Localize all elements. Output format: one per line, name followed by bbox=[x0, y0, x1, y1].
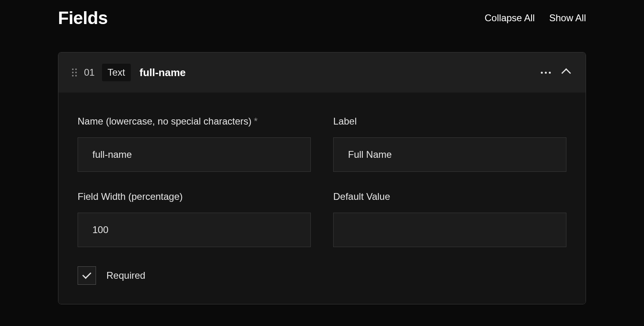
field-number: 01 bbox=[84, 67, 95, 78]
page-title: Fields bbox=[58, 8, 108, 28]
name-input[interactable] bbox=[78, 137, 311, 172]
field-header[interactable]: 01 Text full-name bbox=[58, 52, 586, 93]
form-grid: Name (lowercase, no special characters)*… bbox=[78, 116, 566, 247]
default-group: Default Value bbox=[333, 191, 566, 247]
width-group: Field Width (percentage) bbox=[78, 191, 311, 247]
required-row: Required bbox=[78, 266, 566, 285]
name-label-text: Name (lowercase, no special characters) bbox=[78, 116, 252, 127]
default-label: Default Value bbox=[333, 191, 566, 202]
collapse-all-button[interactable]: Collapse All bbox=[485, 12, 535, 24]
header-actions: Collapse All Show All bbox=[485, 12, 586, 24]
dots-horizontal-icon bbox=[541, 72, 551, 74]
required-label: Required bbox=[106, 270, 145, 281]
field-body: Name (lowercase, no special characters)*… bbox=[58, 93, 586, 304]
drag-handle-icon[interactable] bbox=[72, 68, 77, 76]
page-header: Fields Collapse All Show All bbox=[58, 8, 586, 28]
field-type-badge: Text bbox=[102, 64, 131, 81]
field-card: 01 Text full-name Name (lowercase, no sp… bbox=[58, 52, 586, 304]
required-star: * bbox=[254, 116, 258, 127]
name-group: Name (lowercase, no special characters)* bbox=[78, 116, 311, 172]
more-options-button[interactable] bbox=[539, 66, 552, 79]
field-name-title: full-name bbox=[140, 66, 186, 79]
show-all-button[interactable]: Show All bbox=[549, 12, 586, 24]
width-input[interactable] bbox=[78, 213, 311, 247]
width-label: Field Width (percentage) bbox=[78, 191, 311, 202]
label-label: Label bbox=[333, 116, 566, 127]
label-group: Label bbox=[333, 116, 566, 172]
required-checkbox[interactable] bbox=[78, 266, 96, 285]
name-label: Name (lowercase, no special characters)* bbox=[78, 116, 311, 127]
collapse-button[interactable] bbox=[559, 66, 572, 79]
default-input[interactable] bbox=[333, 213, 566, 247]
label-input[interactable] bbox=[333, 137, 566, 172]
checkmark-icon bbox=[82, 270, 92, 279]
